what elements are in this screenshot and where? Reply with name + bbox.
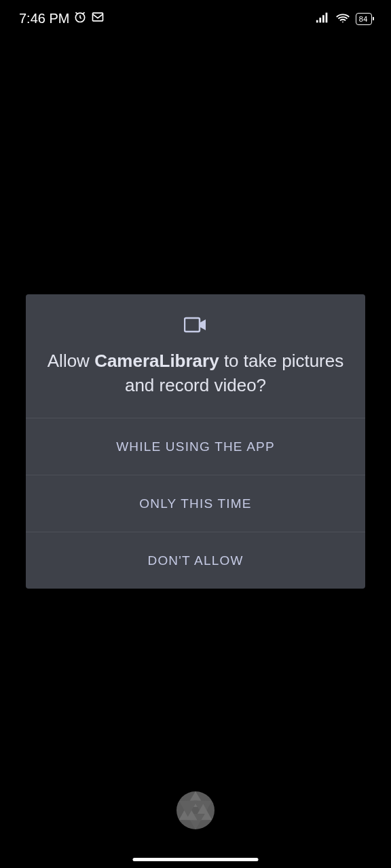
- dont-allow-button[interactable]: DON'T ALLOW: [26, 532, 365, 589]
- svg-rect-6: [185, 318, 200, 332]
- dialog-header: Allow CameraLibrary to take pictures and…: [26, 294, 365, 418]
- wifi-icon: [335, 10, 350, 28]
- battery-indicator: 84: [356, 13, 372, 25]
- gmail-icon: [91, 10, 105, 27]
- status-time: 7:46 PM: [19, 11, 69, 26]
- alarm-icon: [73, 10, 87, 27]
- dialog-title-prefix: Allow: [48, 351, 94, 371]
- signal-icon: [315, 10, 330, 28]
- camera-video-icon: [46, 316, 345, 334]
- permission-dialog: Allow CameraLibrary to take pictures and…: [26, 294, 365, 589]
- battery-level: 84: [359, 15, 368, 23]
- dialog-title: Allow CameraLibrary to take pictures and…: [46, 349, 345, 397]
- svg-rect-4: [322, 15, 324, 22]
- camera-shutter-icon[interactable]: [175, 790, 216, 831]
- status-right: 84: [315, 10, 372, 28]
- svg-rect-2: [316, 20, 318, 22]
- only-this-time-button[interactable]: ONLY THIS TIME: [26, 475, 365, 532]
- status-bar: 7:46 PM: [0, 0, 391, 37]
- home-indicator[interactable]: [133, 858, 259, 861]
- svg-rect-3: [319, 18, 321, 22]
- while-using-app-button[interactable]: WHILE USING THE APP: [26, 418, 365, 475]
- dialog-app-name: CameraLibrary: [94, 351, 219, 371]
- status-left: 7:46 PM: [19, 10, 105, 27]
- svg-rect-5: [325, 12, 327, 22]
- svg-rect-1: [93, 13, 103, 21]
